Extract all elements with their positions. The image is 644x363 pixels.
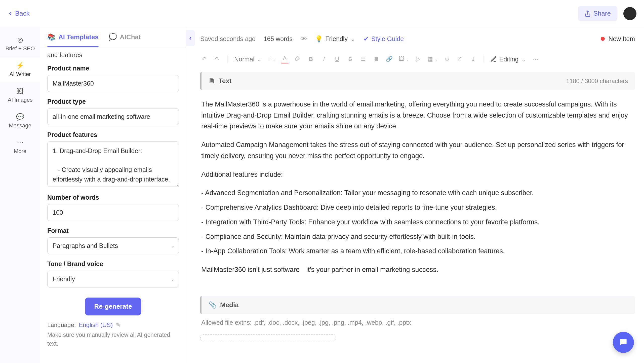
select-value: Paragraphs and Bullets [53, 242, 118, 249]
chat-icon: 💬 [17, 113, 24, 120]
language-row: Language: English (US) ✎ [47, 321, 179, 329]
italic-button[interactable]: I [320, 56, 328, 62]
topbar-right: Share [578, 6, 636, 21]
chat-fab[interactable] [613, 332, 634, 353]
block-style-select[interactable]: Normal ⌄ [234, 56, 262, 63]
rail-message[interactable]: 💬 Message [0, 109, 40, 133]
rail-label: Brief + SEO [6, 45, 35, 52]
image-icon: 🖼 [17, 88, 24, 95]
avatar[interactable] [623, 7, 636, 20]
chat-icon [619, 338, 628, 347]
input-num-words[interactable] [47, 204, 179, 221]
language-link[interactable]: English (US) [79, 321, 113, 329]
char-count: 1180 / 3000 characters [566, 78, 628, 85]
share-icon [584, 10, 591, 17]
table-insert-button[interactable]: ▦ ⌄ [428, 56, 438, 62]
bullet-line: - Advanced Segmentation and Personalizat… [201, 188, 634, 199]
link-button[interactable]: 🔗 [386, 56, 393, 62]
document-icon: 🗎 [209, 77, 215, 85]
emoji-button[interactable]: ☺ [443, 56, 451, 62]
undo-button[interactable]: ↶ [200, 56, 208, 62]
tab-ai-templates[interactable]: 📚 AI Templates [47, 27, 99, 47]
chevron-down-icon: ⌄ [171, 277, 174, 281]
text-card-title: Text [219, 77, 232, 85]
media-extensions-note: Allowed file extns: .pdf, .doc, .docx, .… [200, 314, 635, 331]
chat-bubble-icon: 💭 [109, 33, 117, 41]
tone-indicator[interactable]: 💡 Friendly ⌄ [315, 35, 355, 43]
tab-ai-chat[interactable]: 💭 AIChat [109, 27, 141, 47]
highlight-button[interactable] [294, 56, 302, 62]
rail-label: AI Writer [9, 71, 31, 78]
label-product-name: Product name [47, 65, 179, 72]
media-card-header: 📎 Media [200, 296, 635, 314]
target-icon: ◎ [17, 36, 24, 43]
bulb-icon: 💡 [315, 35, 323, 43]
paragraph: Automated Campaign Management takes the … [201, 139, 634, 161]
chevron-down-icon: ⌄ [406, 57, 409, 62]
bullet-list-button[interactable]: ☰ [359, 56, 367, 62]
rail-label: AI Images [8, 97, 32, 103]
side-tabs: 📚 AI Templates 💭 AIChat [40, 27, 186, 47]
paragraph: Additional features include: [201, 169, 634, 180]
edit-icon[interactable]: ✎ [116, 321, 121, 329]
editing-mode-select[interactable]: Editing ⌄ [490, 56, 526, 63]
collapse-panel-button[interactable] [186, 30, 195, 46]
strikethrough-button[interactable]: S [346, 56, 354, 62]
left-rail: ◎ Brief + SEO ⚡ AI Writer 🖼 AI Images 💬 … [0, 27, 40, 363]
paragraph: The MailMaster360 is a powerhouse in the… [201, 99, 634, 132]
input-product-name[interactable] [47, 75, 179, 92]
redo-button[interactable]: ↷ [213, 56, 221, 62]
language-prefix: Language: [47, 321, 76, 329]
input-product-type[interactable] [47, 108, 179, 125]
share-button[interactable]: Share [578, 6, 617, 21]
share-label: Share [593, 10, 611, 17]
editor-toolbar: ↶ ↷ Normal ⌄ ≡ ⌄ A B I U S ☰ ≣ 🔗 🖼 ⌄ ▷ ▦… [200, 50, 635, 68]
align-button[interactable]: ≡ ⌄ [267, 56, 275, 62]
label-product-type: Product type [47, 98, 179, 105]
select-format[interactable]: Paragraphs and Bullets [47, 237, 179, 254]
pencil-icon [490, 56, 497, 62]
style-guide-button[interactable]: ✔ Style Guide [364, 35, 404, 43]
side-panel: 📚 AI Templates 💭 AIChat and features Pro… [40, 27, 186, 363]
editor-top-left: Saved seconds ago 165 words 👁 💡 Friendly… [200, 35, 404, 43]
image-insert-button[interactable]: 🖼 ⌄ [399, 56, 409, 62]
document-body[interactable]: The MailMaster360 is a powerhouse in the… [200, 90, 635, 292]
rail-more[interactable]: ⋯ More [0, 135, 40, 159]
label-format: Format [47, 227, 179, 234]
eye-icon[interactable]: 👁 [301, 35, 307, 43]
back-button[interactable]: Back [8, 10, 30, 17]
editor: Saved seconds ago 165 words 👁 💡 Friendly… [186, 27, 644, 363]
rail-label: Message [9, 122, 31, 129]
more-button[interactable]: ⋯ [532, 56, 539, 62]
download-button[interactable]: ⤓ [469, 56, 477, 62]
tab-label: AIChat [120, 33, 141, 41]
bullet-line: - Compliance and Security: Maintain data… [201, 231, 634, 242]
bold-button[interactable]: B [307, 56, 315, 62]
video-insert-button[interactable]: ▷ [415, 56, 422, 62]
clear-format-button[interactable]: T̸ [456, 56, 464, 62]
media-upload-dropzone[interactable] [200, 334, 336, 341]
back-label: Back [15, 10, 30, 17]
style-guide-label: Style Guide [371, 35, 404, 43]
select-tone[interactable]: Friendly [47, 271, 179, 287]
rail-label: More [14, 148, 26, 155]
block-style-label: Normal [234, 56, 255, 63]
templates-icon: 📚 [47, 33, 55, 41]
label-product-features: Product features [47, 131, 179, 138]
underline-button[interactable]: U [333, 56, 341, 62]
numbered-list-button[interactable]: ≣ [373, 56, 380, 62]
editing-mode-label: Editing [499, 56, 518, 63]
editor-top-row: Saved seconds ago 165 words 👁 💡 Friendly… [200, 27, 635, 50]
text-color-button[interactable]: A [281, 55, 289, 63]
status-label: New Item [608, 35, 635, 43]
dots-icon: ⋯ [17, 139, 24, 146]
rail-ai-images[interactable]: 🖼 AI Images [0, 84, 40, 107]
side-body: and features Product name Product type P… [40, 47, 186, 363]
regenerate-button[interactable]: Re-generate [85, 298, 141, 315]
rail-ai-writer[interactable]: ⚡ AI Writer [0, 58, 40, 82]
input-product-features[interactable] [47, 141, 179, 187]
bullet-line: - In-App Collaboration Tools: Work smart… [201, 246, 634, 257]
rail-brief-seo[interactable]: ◎ Brief + SEO [0, 32, 40, 56]
divider [227, 55, 228, 63]
editor-top-right: New Item [601, 35, 635, 43]
